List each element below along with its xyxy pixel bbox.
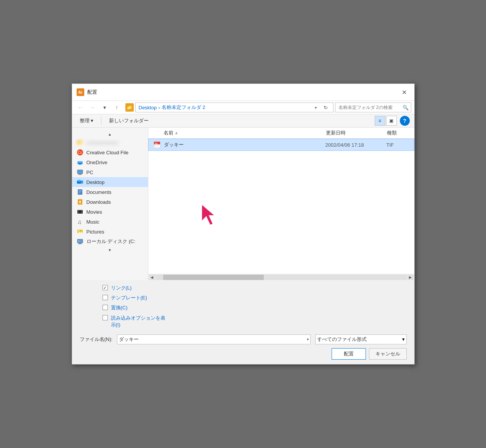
breadcrumb-sep: ›	[158, 105, 160, 110]
sidebar-item-pc[interactable]: PC	[72, 167, 148, 177]
creative-cloud-icon: Cc	[77, 149, 83, 156]
svg-point-24	[78, 230, 79, 232]
pc-icon	[77, 169, 83, 176]
svg-rect-9	[78, 180, 80, 182]
close-button[interactable]: ✕	[399, 87, 410, 98]
sidebar-item-documents[interactable]: Documents	[72, 187, 148, 197]
search-button[interactable]: 🔍	[402, 104, 409, 111]
new-folder-button[interactable]: 新しいフォルダー	[106, 116, 152, 126]
svg-rect-13	[79, 192, 82, 192]
address-bar[interactable]: Desktop › 名称未定フォルダ 2 ▾ ↻	[135, 102, 334, 112]
sidebar-scroll-down[interactable]: ▼	[72, 246, 148, 253]
svg-rect-6	[79, 174, 81, 174]
sidebar-scroll-up[interactable]: ▲	[72, 131, 148, 138]
svg-rect-28	[78, 244, 82, 244]
music-label: Music	[87, 219, 99, 225]
table-row[interactable]: TIFダッキー2002/04/06 17:18TIF	[148, 139, 414, 151]
sidebar-item-music[interactable]: ♫Music	[72, 217, 148, 227]
breadcrumb-folder[interactable]: 名称未定フォルダ 2	[162, 104, 205, 111]
file-area: 名前 ∧ 更新日時 種類 TIFダッキー2002/04/06 17:18TIF …	[148, 128, 414, 280]
dialog-title: 配置	[87, 89, 396, 96]
organize-button[interactable]: 整理 ▾	[77, 116, 97, 126]
movies-label: Movies	[87, 209, 102, 215]
svg-rect-12	[79, 190, 82, 191]
forward-button[interactable]: →	[87, 102, 98, 112]
col-date-header[interactable]: 更新日時	[326, 130, 387, 136]
ok-button[interactable]: 配置	[332, 348, 366, 360]
checkbox-label-show-options[interactable]: 読み込みオプションを表 示(I)	[111, 315, 165, 328]
file-list: TIFダッキー2002/04/06 17:18TIF	[148, 139, 414, 274]
search-input[interactable]	[338, 105, 400, 110]
view-buttons: ≡ ▣	[375, 116, 397, 126]
sidebar-item-local-disk[interactable]: C:ローカル ディスク (C:	[72, 237, 148, 246]
svg-text:C:: C:	[78, 240, 80, 242]
sidebar-item-onedrive[interactable]: OneDrive	[72, 157, 148, 167]
sidebar-item-movies[interactable]: Movies	[72, 207, 148, 217]
svg-rect-10	[80, 181, 83, 184]
checkbox-replace[interactable]	[103, 305, 108, 310]
svg-rect-7	[78, 174, 82, 175]
scroll-thumb[interactable]	[163, 275, 264, 280]
search-box: 🔍	[335, 102, 411, 112]
file-icon: TIF	[153, 141, 161, 149]
scroll-left-button[interactable]: ◀	[149, 275, 155, 280]
bottom-section: ✓リンク(L)テンプレート(E)置換(C)読み込みオプションを表 示(I) ファ…	[72, 280, 414, 364]
main-area: ▲ 📁─────────CcCreative Cloud FileOneDriv…	[72, 128, 414, 280]
pictures-label: Pictures	[87, 229, 104, 235]
view-preview-button[interactable]: ▣	[386, 116, 397, 126]
breadcrumb-desktop[interactable]: Desktop	[139, 105, 157, 110]
svg-rect-27	[79, 243, 81, 244]
action-row: 配置 キャンセル	[80, 348, 407, 360]
address-dropdown-button[interactable]: ▾	[312, 103, 320, 112]
svg-text:TIF: TIF	[155, 142, 158, 145]
svg-point-4	[80, 161, 83, 163]
scroll-right-button[interactable]: ▶	[407, 275, 414, 280]
checkbox-label-replace[interactable]: 置換(C)	[111, 304, 128, 311]
col-name-header[interactable]: 名前 ∧	[164, 130, 326, 136]
checkbox-link[interactable]: ✓	[103, 285, 108, 290]
filetype-dropdown-icon: ▾	[402, 336, 405, 342]
filename-input[interactable]	[119, 336, 306, 342]
toolbar: 整理 ▾ 新しいフォルダー ≡ ▣ ?	[72, 114, 414, 128]
col-type-header[interactable]: 種類	[387, 130, 410, 136]
checkbox-show-options[interactable]	[103, 315, 108, 320]
documents-icon	[77, 189, 83, 195]
file-header: 名前 ∧ 更新日時 種類	[148, 128, 414, 139]
filename-label: ファイル名(N):	[80, 336, 113, 343]
sort-arrow-icon: ∧	[175, 131, 178, 135]
filetype-text: すべてのファイル形式	[317, 336, 401, 343]
breadcrumb: Desktop › 名称未定フォルダ 2	[139, 104, 310, 111]
music-icon: ♫	[77, 218, 83, 225]
sidebar-item-desktop[interactable]: Desktop	[72, 177, 148, 187]
scroll-track[interactable]	[156, 275, 407, 280]
horizontal-scrollbar[interactable]: ◀ ▶	[148, 274, 414, 280]
downloads-label: Downloads	[87, 199, 111, 205]
app-icon: Ai	[77, 88, 84, 96]
history-dropdown-button[interactable]: ▾	[99, 102, 110, 112]
sidebar-item-blurred1[interactable]: 📁─────────	[72, 138, 148, 147]
cancel-button[interactable]: キャンセル	[369, 348, 407, 360]
file-name: ダッキー	[164, 141, 326, 148]
svg-rect-33	[155, 145, 159, 146]
svg-rect-14	[79, 193, 80, 193]
sidebar-item-downloads[interactable]: Downloads	[72, 197, 148, 207]
checkbox-label-template[interactable]: テンプレート(E)	[111, 294, 147, 301]
pc-label: PC	[87, 170, 93, 175]
desktop-icon	[77, 179, 83, 186]
help-button[interactable]: ?	[400, 116, 410, 126]
back-button[interactable]: ←	[75, 102, 86, 112]
svg-text:Cc: Cc	[77, 150, 82, 155]
checkbox-label-link[interactable]: リンク(L)	[111, 285, 132, 291]
svg-rect-20	[78, 210, 79, 214]
filename-dropdown-icon[interactable]: ▾	[307, 337, 309, 341]
creative-cloud-label: Creative Cloud File	[87, 150, 129, 155]
checkbox-template[interactable]	[103, 295, 108, 300]
filename-input-wrapper[interactable]: ▾	[117, 334, 310, 344]
refresh-button[interactable]: ↻	[322, 103, 330, 112]
up-button[interactable]: ↑	[112, 102, 122, 112]
filetype-dropdown[interactable]: すべてのファイル形式 ▾	[315, 334, 407, 344]
view-details-button[interactable]: ≡	[375, 116, 385, 126]
sidebar-item-pictures[interactable]: Pictures	[72, 227, 148, 237]
folder-icon: 📁	[125, 103, 134, 112]
sidebar-item-creative-cloud[interactable]: CcCreative Cloud File	[72, 147, 148, 157]
